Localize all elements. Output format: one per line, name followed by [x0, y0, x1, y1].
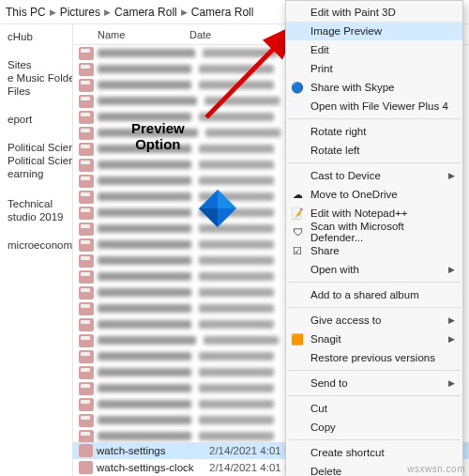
- image-file-icon: [79, 207, 94, 220]
- sidebar-item[interactable]: cHub: [0, 30, 72, 43]
- context-menu-item[interactable]: Open with▶: [286, 260, 462, 279]
- sidebar-item[interactable]: e Music Folder: [0, 71, 72, 84]
- menu-item-icon: 🔵: [291, 81, 304, 94]
- menu-separator: [288, 282, 461, 283]
- menu-item-icon: 📝: [291, 207, 304, 220]
- menu-separator: [288, 162, 461, 163]
- context-menu-item[interactable]: Give access to▶: [286, 311, 462, 330]
- image-file-icon: [79, 334, 94, 347]
- image-file-icon: [79, 350, 94, 363]
- menu-item-label: Print: [310, 63, 333, 74]
- image-file-icon: [79, 223, 94, 236]
- context-menu-item[interactable]: ☑Share: [286, 241, 462, 260]
- image-file-icon: [79, 302, 94, 315]
- image-file-icon: [79, 175, 94, 188]
- menu-item-label: Cast to Device: [310, 170, 381, 181]
- menu-item-label: Open with File Viewer Plus 4: [310, 100, 448, 112]
- chevron-right-icon: ▶: [181, 8, 188, 17]
- image-file-icon: [79, 254, 94, 268]
- context-menu-item[interactable]: Print: [286, 59, 462, 78]
- context-menu-item[interactable]: 📝Edit with Notepad++: [286, 204, 462, 223]
- chevron-right-icon: ▶: [448, 315, 455, 325]
- chevron-right-icon: ▶: [448, 265, 455, 274]
- context-menu-item[interactable]: Send to▶: [286, 374, 462, 392]
- image-file-icon: [79, 127, 94, 140]
- sidebar-item[interactable]: Files: [0, 84, 72, 98]
- context-menu-item[interactable]: Open with File Viewer Plus 4: [286, 97, 462, 115]
- context-menu[interactable]: Edit with Paint 3DImage PreviewEditPrint…: [285, 0, 463, 476]
- image-file-icon: [79, 318, 94, 331]
- context-menu-item[interactable]: Cut: [286, 399, 462, 418]
- file-name: watch-settings: [97, 445, 209, 456]
- menu-separator: [288, 370, 461, 371]
- context-menu-item[interactable]: Edit: [286, 40, 462, 59]
- context-menu-item[interactable]: Cast to Device▶: [286, 166, 462, 185]
- image-file-icon: [79, 461, 93, 474]
- menu-separator: [288, 307, 461, 308]
- image-file-icon: [79, 286, 94, 299]
- menu-item-icon: 🛡: [291, 225, 304, 238]
- context-menu-item[interactable]: ☁Move to OneDrive: [286, 185, 462, 204]
- sidebar-item[interactable]: Technical: [0, 197, 72, 210]
- chevron-right-icon: ▶: [448, 171, 455, 180]
- image-file-icon: [79, 191, 94, 204]
- context-menu-item[interactable]: Rotate left: [286, 141, 462, 160]
- menu-separator: [288, 439, 461, 440]
- image-file-icon: [79, 238, 94, 252]
- context-menu-item[interactable]: 🛡Scan with Microsoft Defender...: [286, 223, 462, 241]
- sidebar-item[interactable]: earning: [0, 167, 72, 180]
- image-file-icon: [79, 95, 94, 108]
- menu-item-label: Rotate left: [310, 145, 359, 156]
- image-file-icon: [79, 47, 94, 60]
- menu-item-label: Give access to: [310, 315, 381, 326]
- menu-item-label: Edit with Paint 3D: [310, 7, 396, 18]
- context-menu-item[interactable]: Edit with Paint 3D: [286, 3, 462, 22]
- menu-separator: [288, 395, 461, 396]
- context-menu-item[interactable]: Restore previous versions: [286, 348, 462, 367]
- chevron-right-icon: ▶: [448, 378, 455, 388]
- menu-item-icon: 🟧: [291, 332, 304, 345]
- breadcrumb-item[interactable]: Pictures: [60, 6, 100, 19]
- file-name: watch-settings-clock: [97, 462, 209, 473]
- breadcrumb-item[interactable]: This PC: [6, 6, 46, 19]
- menu-item-label: Cut: [310, 403, 327, 414]
- sidebar[interactable]: cHubSitese Music FolderFileseportPolitic…: [0, 24, 73, 476]
- context-menu-item[interactable]: Image Preview: [286, 22, 462, 40]
- menu-item-label: Rotate right: [310, 126, 366, 137]
- menu-item-label: Scan with Microsoft Defender...: [310, 221, 455, 243]
- menu-item-label: Copy: [310, 422, 336, 433]
- image-file-icon: [79, 398, 94, 411]
- image-file-icon: [79, 430, 94, 443]
- image-file-icon: [79, 366, 94, 379]
- menu-item-label: Create shortcut: [310, 447, 385, 458]
- context-menu-item[interactable]: 🟧Snagit▶: [286, 330, 462, 348]
- menu-item-label: Share with Skype: [310, 82, 395, 93]
- context-menu-item[interactable]: Rotate right: [286, 122, 462, 141]
- menu-item-label: Snagit: [310, 333, 341, 345]
- column-date[interactable]: Date: [186, 29, 298, 40]
- watermark: wsxwsn.com: [407, 464, 465, 474]
- sidebar-item[interactable]: microeconomics: [0, 238, 72, 252]
- menu-item-label: Move to OneDrive: [310, 189, 398, 200]
- chevron-right-icon: ▶: [448, 334, 455, 344]
- image-file-icon: [79, 270, 94, 284]
- sidebar-item[interactable]: Sites: [0, 58, 72, 71]
- menu-item-label: Edit with Notepad++: [310, 207, 408, 219]
- sidebar-item[interactable]: Political Science: [0, 154, 72, 167]
- context-menu-item[interactable]: Add to a shared album: [286, 285, 462, 304]
- sidebar-item[interactable]: studio 2019: [0, 210, 72, 223]
- menu-item-label: Edit: [310, 44, 329, 55]
- column-name[interactable]: Name: [73, 29, 186, 40]
- chevron-right-icon: ▶: [104, 8, 111, 17]
- context-menu-item[interactable]: 🔵Share with Skype: [286, 78, 462, 97]
- context-menu-item[interactable]: Create shortcut: [286, 443, 462, 462]
- breadcrumb-item[interactable]: Camera Roll: [191, 6, 254, 19]
- sidebar-item[interactable]: eport: [0, 113, 72, 126]
- breadcrumb-item[interactable]: Camera Roll: [114, 6, 177, 19]
- image-file-icon: [79, 414, 94, 427]
- menu-item-icon: ☑: [291, 244, 304, 257]
- context-menu-item[interactable]: Copy: [286, 418, 462, 437]
- image-file-icon: [79, 79, 94, 92]
- sidebar-item[interactable]: Political Science: [0, 141, 72, 154]
- image-file-icon: [79, 143, 94, 156]
